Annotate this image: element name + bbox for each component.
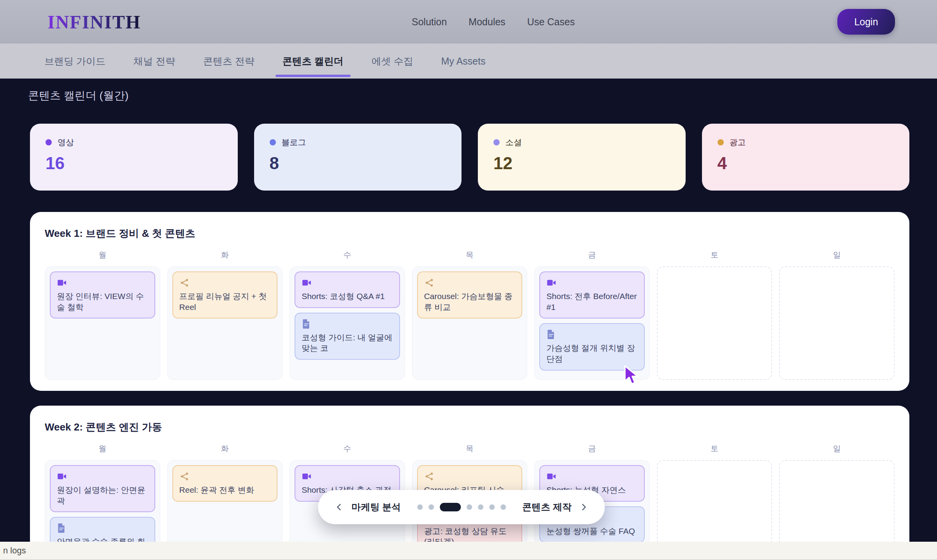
video-camera-icon	[302, 278, 312, 288]
tab[interactable]: 에셋 수집	[368, 44, 416, 79]
page-title: 콘텐츠 캘린더 (월간)	[28, 88, 128, 103]
day-header: 화	[167, 443, 283, 454]
pager-dot[interactable]	[500, 504, 506, 510]
category-dot-icon	[270, 139, 276, 145]
category-dot-icon	[718, 139, 724, 145]
video-camera-icon	[57, 278, 67, 288]
share-icon	[179, 278, 190, 288]
pager-dot-active[interactable]	[440, 503, 461, 511]
day-header: 금	[534, 443, 650, 454]
event-card[interactable]: 원장 인터뷰: VIEW의 수술 철학	[50, 271, 155, 318]
pager-dot[interactable]	[428, 504, 434, 510]
video-camera-icon	[302, 471, 312, 481]
chevron-left-icon	[334, 502, 344, 512]
stat-card: 블로그 8	[254, 124, 462, 191]
tab[interactable]: 콘텐츠 전략	[200, 44, 258, 79]
document-icon	[302, 319, 311, 329]
status-bar: n logs	[0, 542, 937, 560]
day-header: 토	[657, 250, 772, 260]
top-header: INFINITH SolutionModulesUse Cases Login	[0, 0, 937, 44]
event-card[interactable]: Shorts: 코성형 Q&A #1	[295, 271, 400, 308]
tab[interactable]: 콘텐츠 캘린더	[279, 44, 347, 79]
brand-logo: INFINITH	[47, 11, 141, 33]
day-cell	[657, 266, 772, 380]
floating-pager: 마케팅 분석 콘텐츠 제작	[318, 490, 605, 524]
stats-row: 영상 16 블로그 8 소셜 12 광고 4	[30, 124, 909, 191]
pager-dot[interactable]	[489, 504, 495, 510]
event-title: 원장이 설명하는: 안면윤곽	[57, 485, 148, 506]
status-text: n logs	[3, 546, 26, 556]
stat-value: 8	[270, 155, 446, 172]
login-button[interactable]: Login	[837, 9, 895, 35]
tab[interactable]: My Assets	[438, 44, 489, 79]
event-card[interactable]: Reel: 윤곽 전후 변화	[172, 465, 278, 502]
week-section: Week 2: 콘텐츠 엔진 가동 월 원장이 설명하는: 안면윤곽 안면윤곽 …	[30, 406, 909, 560]
header-nav-link[interactable]: Solution	[412, 16, 447, 28]
event-card[interactable]: 코성형 가이드: 내 얼굴에 맞는 코	[295, 313, 400, 360]
event-card[interactable]: Shorts: 전후 Before/After #1	[539, 271, 645, 318]
event-title: 프로필 리뉴얼 공지 + 첫 Reel	[179, 291, 271, 312]
stat-value: 4	[718, 155, 894, 172]
share-icon	[179, 471, 190, 481]
stat-card: 광고 4	[702, 124, 910, 191]
day-column: 월 원장 인터뷰: VIEW의 수술 철학	[45, 250, 160, 380]
week-grid: 월 원장 인터뷰: VIEW의 수술 철학 화 프로필 리뉴얼 공지 + 첫 R…	[45, 250, 895, 380]
stat-label: 영상	[58, 137, 74, 148]
category-dot-icon	[493, 139, 500, 145]
event-title: 눈성형 쌍꺼풀 수술 FAQ	[546, 526, 638, 537]
event-card[interactable]: Carousel: 가슴보형물 종류 비교	[417, 271, 523, 318]
video-camera-icon	[57, 471, 67, 481]
share-icon	[424, 278, 434, 288]
day-column: 목 Carousel: 가슴보형물 종류 비교	[412, 250, 528, 380]
pager-dot[interactable]	[467, 504, 472, 510]
day-header: 일	[779, 250, 895, 260]
stat-card: 영상 16	[30, 124, 238, 191]
category-dot-icon	[46, 139, 52, 145]
day-header: 월	[45, 250, 160, 260]
pager-dot[interactable]	[478, 504, 483, 510]
pager-dot[interactable]	[417, 504, 423, 510]
tab[interactable]: 채널 전략	[130, 44, 178, 79]
share-icon	[424, 471, 434, 481]
day-header: 일	[779, 443, 895, 454]
day-header: 토	[657, 443, 772, 454]
event-card[interactable]: 가슴성형 절개 위치별 장단점	[539, 323, 645, 370]
event-card[interactable]: 프로필 리뉴얼 공지 + 첫 Reel	[172, 271, 278, 318]
event-title: 원장 인터뷰: VIEW의 수술 철학	[57, 291, 148, 312]
header-nav-link[interactable]: Modules	[468, 16, 505, 28]
day-header: 수	[290, 250, 405, 260]
tab[interactable]: 브랜딩 가이드	[41, 44, 109, 79]
day-header: 금	[534, 250, 650, 260]
event-card[interactable]: 원장이 설명하는: 안면윤곽	[50, 465, 155, 512]
event-title: 가슴성형 절개 위치별 장단점	[546, 343, 638, 364]
day-cell: Carousel: 가슴보형물 종류 비교	[412, 266, 528, 380]
day-cell: Shorts: 코성형 Q&A #1 코성형 가이드: 내 얼굴에 맞는 코	[290, 266, 405, 380]
document-icon	[546, 329, 556, 340]
video-camera-icon	[546, 278, 556, 288]
day-header: 목	[412, 250, 528, 260]
stat-label: 소셜	[505, 137, 522, 148]
chevron-right-icon	[579, 502, 589, 512]
stat-value: 12	[493, 155, 670, 172]
video-camera-icon	[546, 471, 556, 481]
day-column: 화 프로필 리뉴얼 공지 + 첫 Reel	[167, 250, 283, 380]
day-cell: 원장 인터뷰: VIEW의 수술 철학	[45, 266, 160, 380]
stat-label: 블로그	[282, 137, 306, 148]
day-header: 화	[167, 250, 283, 260]
day-cell	[779, 266, 895, 380]
stat-card: 소셜 12	[478, 124, 686, 191]
pager-prev-button[interactable]: 마케팅 분석	[334, 501, 401, 513]
header-nav: SolutionModulesUse Cases	[412, 0, 575, 44]
pager-next-button[interactable]: 콘텐츠 제작	[522, 501, 589, 513]
day-cell: 프로필 리뉴얼 공지 + 첫 Reel	[167, 266, 283, 380]
day-header: 월	[45, 443, 160, 454]
stat-label: 광고	[730, 137, 746, 148]
event-title: Reel: 윤곽 전후 변화	[179, 485, 271, 495]
module-tabbar: 브랜딩 가이드채널 전략콘텐츠 전략콘텐츠 캘린더에셋 수집My Assets	[0, 44, 937, 79]
week-title: Week 2: 콘텐츠 엔진 가동	[45, 420, 895, 434]
week-section: Week 1: 브랜드 정비 & 첫 콘텐츠 월 원장 인터뷰: VIEW의 수…	[30, 212, 909, 391]
event-title: Shorts: 전후 Before/After #1	[546, 291, 638, 312]
header-nav-link[interactable]: Use Cases	[527, 16, 575, 28]
day-column: 수 Shorts: 코성형 Q&A #1 코성형 가이드: 내 얼굴에 맞는 코	[290, 250, 405, 380]
day-column: 금 Shorts: 전후 Before/After #1 가슴성형 절개 위치별…	[534, 250, 650, 380]
